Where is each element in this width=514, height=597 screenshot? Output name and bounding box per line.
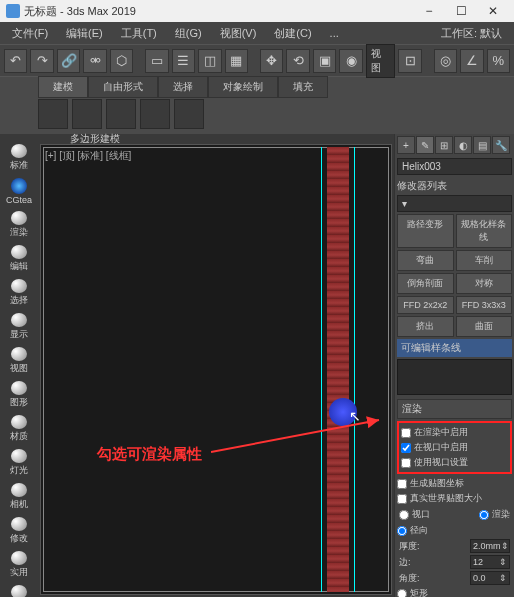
thickness-spinner[interactable]: 2.0mm⇕ — [470, 539, 510, 553]
panel-tab-modify[interactable]: ✎ — [416, 136, 434, 154]
radio-radial[interactable]: 径向 — [397, 523, 512, 538]
rail-cgtea[interactable]: CGtea — [5, 178, 33, 205]
undo-button[interactable]: ↶ — [4, 49, 27, 73]
ribbon-tab-modeling[interactable]: 建模 — [38, 76, 88, 98]
bind-button[interactable]: ⬡ — [110, 49, 133, 73]
mod-btn-symmetry[interactable]: 对称 — [456, 273, 513, 294]
check-real-world[interactable]: 真实世界贴图大小 — [397, 491, 512, 506]
rail-light[interactable]: 灯光 — [5, 449, 33, 477]
mod-btn-bevel[interactable]: 倒角剖面 — [397, 273, 454, 294]
menu-create[interactable]: 创建(C) — [266, 24, 319, 43]
check-use-viewport-settings[interactable]: 使用视口设置 — [401, 455, 508, 470]
mod-btn-surface[interactable]: 曲面 — [456, 316, 513, 337]
rail-assets[interactable]: 素材 — [5, 585, 33, 597]
rail-edit[interactable]: 编辑 — [5, 245, 33, 273]
sides-label: 边: — [399, 556, 411, 569]
angle-snap-button[interactable]: ∠ — [460, 49, 483, 73]
mod-btn-bend[interactable]: 弯曲 — [397, 250, 454, 271]
ribbon-slot[interactable] — [38, 99, 68, 129]
titlebar: 无标题 - 3ds Max 2019 − ☐ ✕ — [0, 0, 514, 22]
rail-display[interactable]: 显示 — [5, 313, 33, 341]
cursor-icon: ↖ — [349, 408, 361, 424]
rail-camera[interactable]: 相机 — [5, 483, 33, 511]
snap-button[interactable]: ◎ — [434, 49, 457, 73]
check-enable-render[interactable]: 在渲染中启用 — [401, 425, 508, 440]
mod-btn-lathe[interactable]: 车削 — [456, 250, 513, 271]
placement-button[interactable]: ◉ — [339, 49, 362, 73]
rail-view[interactable]: 视图 — [5, 347, 33, 375]
sides-spinner[interactable]: 12⇕ — [470, 555, 510, 569]
scale-button[interactable]: ▣ — [313, 49, 336, 73]
mod-btn-ffd2[interactable]: FFD 2x2x2 — [397, 296, 454, 314]
rotate-button[interactable]: ⟲ — [286, 49, 309, 73]
rail-shape[interactable]: 图形 — [5, 381, 33, 409]
rail-select[interactable]: 选择 — [5, 279, 33, 307]
menu-edit[interactable]: 编辑(E) — [58, 24, 111, 43]
rail-render[interactable]: 渲染 — [5, 211, 33, 239]
workspace-selector[interactable]: 工作区: 默认 — [433, 24, 510, 43]
rail-modify[interactable]: 修改 — [5, 517, 33, 545]
modifier-list-label: 修改器列表 — [397, 177, 512, 195]
mod-btn-extrude[interactable]: 挤出 — [397, 316, 454, 337]
rollout-rendering[interactable]: 渲染 — [397, 399, 512, 419]
rail-standard[interactable]: 标准 — [5, 144, 33, 172]
thickness-label: 厚度: — [399, 540, 420, 553]
close-button[interactable]: ✕ — [478, 1, 508, 21]
menu-group[interactable]: 组(G) — [167, 24, 210, 43]
menu-view[interactable]: 视图(V) — [212, 24, 265, 43]
panel-tab-display[interactable]: ▤ — [473, 136, 491, 154]
check-enable-viewport[interactable]: 在视口中启用 — [401, 440, 508, 455]
percent-snap-button[interactable]: % — [487, 49, 510, 73]
minimize-button[interactable]: − — [414, 1, 444, 21]
select-region-button[interactable]: ◫ — [198, 49, 221, 73]
ribbon-tab-populate[interactable]: 填充 — [278, 76, 328, 98]
window-crossing-button[interactable]: ▦ — [225, 49, 248, 73]
panel-tab-utilities[interactable]: 🔧 — [492, 136, 510, 154]
select-button[interactable]: ▭ — [145, 49, 168, 73]
panel-tab-motion[interactable]: ◐ — [454, 136, 472, 154]
panel-tab-hierarchy[interactable]: ⊞ — [435, 136, 453, 154]
ribbon-slot[interactable] — [106, 99, 136, 129]
window-title: 无标题 - 3ds Max 2019 — [24, 4, 136, 19]
check-gen-map-coords[interactable]: 生成贴图坐标 — [397, 476, 512, 491]
menubar: 文件(F) 编辑(E) 工具(T) 组(G) 视图(V) 创建(C) ... 工… — [0, 22, 514, 44]
ribbon-tab-freeform[interactable]: 自由形式 — [88, 76, 158, 98]
mod-btn-ffd3[interactable]: FFD 3x3x3 — [456, 296, 513, 314]
object-name-field[interactable]: Helix003 — [397, 158, 512, 175]
ribbon: 建模 自由形式 选择 对象绘制 填充 — [0, 76, 514, 134]
select-name-button[interactable]: ☰ — [172, 49, 195, 73]
menu-tools[interactable]: 工具(T) — [113, 24, 165, 43]
ribbon-slot[interactable] — [174, 99, 204, 129]
unlink-button[interactable]: ⚮ — [83, 49, 106, 73]
radio-render[interactable]: 渲染 — [479, 507, 510, 522]
annotation-target-box: 在渲染中启用 在视口中启用 使用视口设置 — [397, 421, 512, 474]
ribbon-slot[interactable] — [140, 99, 170, 129]
stack-item-editable-spline[interactable]: 可编辑样条线 — [397, 339, 512, 357]
maximize-button[interactable]: ☐ — [446, 1, 476, 21]
modifier-list-combo[interactable]: ▾ — [397, 195, 512, 212]
mod-btn-normalize[interactable]: 规格化样条线 — [456, 214, 513, 248]
angle-label: 角度: — [399, 572, 420, 585]
use-center-button[interactable]: ⊡ — [398, 49, 421, 73]
move-button[interactable]: ✥ — [260, 49, 283, 73]
modifier-stack-area[interactable] — [397, 359, 512, 395]
radio-rect[interactable]: 矩形 — [397, 586, 512, 597]
viewport[interactable]: [+] [顶] [标准] [线框] ↖ 勾选可渲染属性 — [40, 144, 392, 595]
panel-tab-create[interactable]: + — [397, 136, 415, 154]
ribbon-tab-selection[interactable]: 选择 — [158, 76, 208, 98]
menu-file[interactable]: 文件(F) — [4, 24, 56, 43]
rail-material[interactable]: 材质 — [5, 415, 33, 443]
main-toolbar: ↶ ↷ 🔗 ⚮ ⬡ ▭ ☰ ◫ ▦ ✥ ⟲ ▣ ◉ 视图 ⊡ ◎ ∠ % — [0, 44, 514, 76]
rope-geometry[interactable] — [327, 147, 349, 592]
ribbon-tab-objectpaint[interactable]: 对象绘制 — [208, 76, 278, 98]
ref-coord-combo[interactable]: 视图 — [366, 44, 396, 78]
menu-more[interactable]: ... — [322, 25, 347, 41]
rail-utility[interactable]: 实用 — [5, 551, 33, 579]
ribbon-slot[interactable] — [72, 99, 102, 129]
link-button[interactable]: 🔗 — [57, 49, 80, 73]
radio-viewport[interactable]: 视口 — [399, 507, 430, 522]
angle-spinner[interactable]: 0.0⇕ — [470, 571, 510, 585]
command-panel: + ✎ ⊞ ◐ ▤ 🔧 Helix003 修改器列表 ▾ 路径变形 规格化样条线… — [394, 134, 514, 597]
mod-btn-pathdeform[interactable]: 路径变形 — [397, 214, 454, 248]
redo-button[interactable]: ↷ — [30, 49, 53, 73]
